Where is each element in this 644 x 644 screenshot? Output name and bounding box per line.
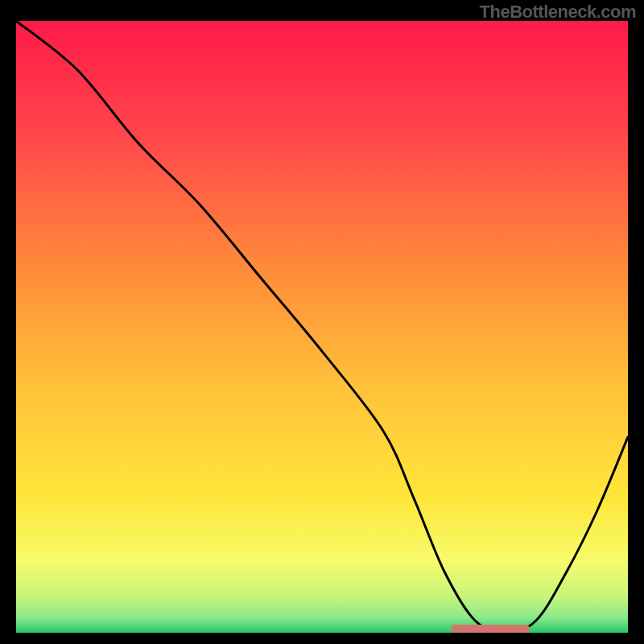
gradient-background (16, 21, 628, 633)
bottleneck-chart (16, 21, 628, 633)
plot-area (16, 21, 628, 633)
watermark-text: TheBottleneck.com (480, 2, 636, 23)
optimal-range-marker (451, 625, 530, 633)
chart-stage: TheBottleneck.com (0, 0, 644, 644)
